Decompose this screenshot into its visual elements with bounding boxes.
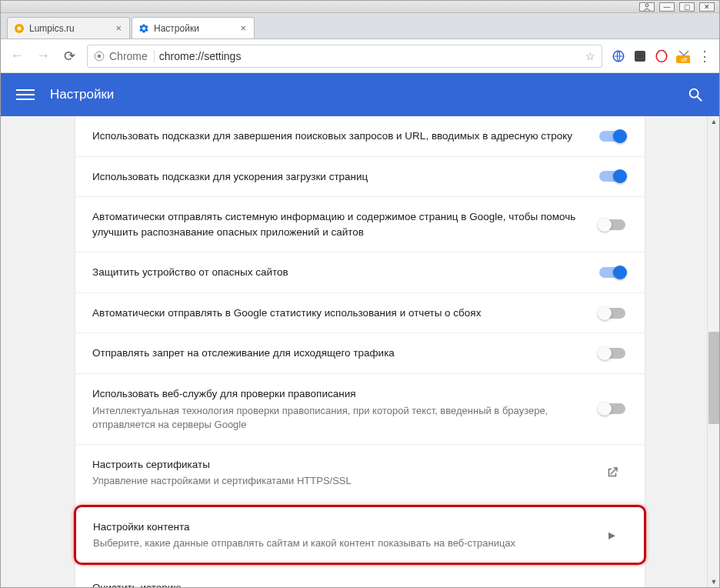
scroll-down-icon[interactable]: ▼ xyxy=(708,576,719,587)
settings-row: Автоматически отправлять системную инфор… xyxy=(75,197,645,252)
row-text: Использовать подсказки для завершения по… xyxy=(92,129,586,144)
row-title: Использовать подсказки для завершения по… xyxy=(92,129,586,144)
extension-square-icon[interactable] xyxy=(633,49,647,63)
scroll-up-icon[interactable]: ▲ xyxy=(708,116,719,127)
url-prefix: Chrome xyxy=(109,50,155,62)
settings-row: Использовать подсказки для завершения по… xyxy=(75,116,645,157)
scrollbar[interactable]: ▲ ▼ xyxy=(707,116,719,587)
row-text: Очистить историюУдалить файлы cookie и д… xyxy=(92,580,586,587)
settings-row[interactable]: Настройки контентаВыберите, какие данные… xyxy=(74,505,646,566)
row-title: Автоматически отправлять системную инфор… xyxy=(92,209,586,239)
toggle-switch[interactable] xyxy=(599,308,625,319)
svg-rect-6 xyxy=(635,51,645,62)
settings-row[interactable]: Очистить историюУдалить файлы cookie и д… xyxy=(75,568,645,587)
reload-button[interactable]: ⟳ xyxy=(61,48,78,65)
settings-favicon-icon xyxy=(138,23,149,34)
lumpics-favicon-icon xyxy=(14,23,25,34)
url-input[interactable]: Chrome chrome://settings ☆ xyxy=(87,45,602,68)
globe-icon[interactable] xyxy=(612,49,625,63)
menu-dots-icon[interactable]: ⋮ xyxy=(698,49,712,63)
settings-row[interactable]: Настроить сертификатыУправление настройк… xyxy=(75,445,645,502)
back-button[interactable]: ← xyxy=(8,48,25,65)
extension-icons: off ⋮ xyxy=(612,49,712,63)
row-title: Защитить устройство от опасных сайтов xyxy=(92,265,586,280)
close-window-button[interactable]: ✕ xyxy=(699,2,715,12)
toggle-switch[interactable] xyxy=(599,403,625,414)
maximize-button[interactable]: ▢ xyxy=(679,2,695,12)
row-text: Защитить устройство от опасных сайтов xyxy=(92,265,586,280)
browser-window: — ▢ ✕ Lumpics.ru × Настройки × ← → ⟳ Chr… xyxy=(0,0,720,588)
page-content: Настройки Использовать подсказки для зав… xyxy=(1,73,719,587)
row-title: Автоматически отправлять в Google статис… xyxy=(92,306,586,321)
svg-point-4 xyxy=(98,54,102,58)
row-subtitle: Выберите, какие данные отправлять сайтам… xyxy=(93,536,585,550)
minimize-button[interactable]: — xyxy=(659,2,675,12)
chevron-right-icon: ▸ xyxy=(608,526,615,543)
settings-row: Использовать веб-службу для проверки пра… xyxy=(75,374,645,445)
row-text: Использовать веб-службу для проверки пра… xyxy=(92,386,586,432)
user-button[interactable] xyxy=(639,2,655,12)
opera-icon[interactable] xyxy=(655,49,668,63)
row-subtitle: Управление настройками и сертификатами H… xyxy=(92,474,586,488)
settings-header: Настройки xyxy=(1,73,719,116)
settings-row: Автоматически отправлять в Google статис… xyxy=(75,293,645,334)
address-bar: ← → ⟳ Chrome chrome://settings ☆ off ⋮ xyxy=(1,39,719,73)
svg-point-0 xyxy=(645,4,648,7)
svg-line-11 xyxy=(698,97,702,102)
forward-button[interactable]: → xyxy=(35,48,52,65)
settings-row: Отправлять запрет на отслеживание для ис… xyxy=(75,333,645,374)
window-titlebar: — ▢ ✕ xyxy=(1,1,719,13)
row-title: Настроить сертификаты xyxy=(92,457,586,473)
toggle-switch[interactable] xyxy=(599,219,625,230)
bookmark-star-icon[interactable]: ☆ xyxy=(585,50,595,62)
row-title: Использовать веб-службу для проверки пра… xyxy=(92,386,586,402)
tab-strip: Lumpics.ru × Настройки × xyxy=(1,13,719,39)
search-icon[interactable] xyxy=(687,86,704,103)
row-title: Отправлять запрет на отслеживание для ис… xyxy=(92,346,586,361)
row-title: Очистить историю xyxy=(92,580,586,587)
url-text: chrome://settings xyxy=(159,50,581,62)
row-text: Автоматически отправлять системную инфор… xyxy=(92,209,586,239)
svg-point-2 xyxy=(18,26,22,30)
scroll-thumb[interactable] xyxy=(708,332,719,424)
chrome-page-icon xyxy=(94,51,105,62)
toggle-switch[interactable] xyxy=(599,348,625,359)
row-title: Использовать подсказки для ускорения заг… xyxy=(92,169,586,185)
row-text: Автоматически отправлять в Google статис… xyxy=(92,306,586,321)
row-text: Настройки контентаВыберите, какие данные… xyxy=(93,520,585,551)
tab-settings[interactable]: Настройки × xyxy=(132,17,255,38)
tab-label: Настройки xyxy=(154,23,199,34)
page-title: Настройки xyxy=(50,87,114,102)
settings-list: Использовать подсказки для завершения по… xyxy=(1,116,719,587)
svg-point-10 xyxy=(690,89,698,98)
settings-row: Защитить устройство от опасных сайтов xyxy=(75,252,645,293)
row-text: Настроить сертификатыУправление настройк… xyxy=(92,457,586,489)
toggle-switch[interactable] xyxy=(599,171,625,182)
svg-point-7 xyxy=(656,50,667,62)
close-tab-icon[interactable]: × xyxy=(115,22,122,34)
row-text: Использовать подсказки для ускорения заг… xyxy=(92,169,586,185)
open-external-icon[interactable] xyxy=(605,466,619,479)
svg-text:off: off xyxy=(681,57,687,62)
hamburger-menu-icon[interactable] xyxy=(16,85,35,104)
extension-off-badge-icon[interactable]: off xyxy=(676,49,690,63)
tab-lumpics[interactable]: Lumpics.ru × xyxy=(7,17,130,38)
row-text: Отправлять запрет на отслеживание для ис… xyxy=(92,346,586,361)
toggle-switch[interactable] xyxy=(599,267,625,278)
close-tab-icon[interactable]: × xyxy=(240,22,246,34)
row-subtitle: Интеллектуальная технология проверки пра… xyxy=(92,404,586,432)
toggle-switch[interactable] xyxy=(599,131,625,142)
settings-row: Использовать подсказки для ускорения заг… xyxy=(75,157,645,198)
row-title: Настройки контента xyxy=(93,520,585,535)
tab-label: Lumpics.ru xyxy=(29,23,75,34)
